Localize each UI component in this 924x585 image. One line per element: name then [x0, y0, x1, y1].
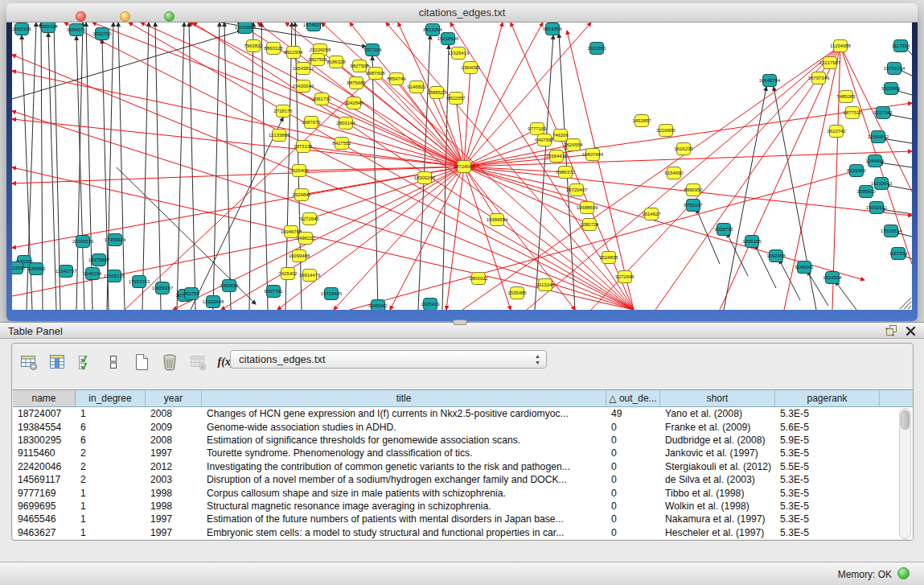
- table-row[interactable]: 1938455462009Genome-wide association stu…: [13, 420, 894, 433]
- graph-node[interactable]: 9154690: [664, 167, 684, 179]
- column-header-in_degree[interactable]: in_degree: [76, 390, 146, 406]
- graph-edge[interactable]: [102, 39, 109, 310]
- graph-node[interactable]: 9227343: [873, 107, 893, 119]
- graph-edge[interactable]: [446, 167, 464, 310]
- graph-node[interactable]: 1873135: [294, 141, 313, 153]
- graph-node[interactable]: 7986372: [556, 167, 575, 179]
- close-icon[interactable]: [906, 325, 916, 340]
- graph-edge[interactable]: [224, 23, 231, 310]
- graph-node[interactable]: 1614627: [642, 208, 661, 220]
- graph-node[interactable]: 2061731: [312, 93, 331, 105]
- graph-node[interactable]: 1065328: [39, 23, 58, 33]
- column-header-out_de[interactable]: △ out_de...: [606, 390, 660, 406]
- graph-node[interactable]: 1156863: [27, 263, 47, 275]
- graph-edge[interactable]: [189, 23, 195, 310]
- graph-node[interactable]: 19745372: [303, 23, 325, 31]
- table-row[interactable]: 946554611997Estimation of the future num…: [13, 513, 894, 525]
- graph-node[interactable]: 8912934: [284, 47, 303, 59]
- graph-node[interactable]: 1013244: [536, 279, 555, 291]
- graph-node[interactable]: 1921850: [587, 43, 606, 55]
- float-panel-icon[interactable]: [885, 324, 897, 340]
- graph-edge[interactable]: [64, 23, 634, 310]
- graph-node[interactable]: 9272645: [300, 213, 319, 225]
- graph-node[interactable]: 1595810: [856, 186, 876, 198]
- graph-node[interactable]: 9245041: [795, 262, 814, 274]
- select-columns-icon[interactable]: [47, 352, 68, 373]
- column-header-short[interactable]: short: [660, 390, 775, 406]
- graph-node[interactable]: 10807484: [582, 149, 604, 161]
- graph-node[interactable]: 9245042: [368, 300, 388, 311]
- table-row[interactable]: 969969511998Structural magnetic resonanc…: [13, 500, 894, 513]
- graph-edge[interactable]: [836, 282, 856, 310]
- graph-node[interactable]: 1453857: [632, 115, 651, 127]
- graph-node[interactable]: 16210643: [871, 178, 893, 190]
- graph-node[interactable]: 17016534: [881, 225, 902, 237]
- table-row[interactable]: 911546021997Tourette syndrome. Phenomeno…: [13, 447, 894, 459]
- column-header-year[interactable]: year: [146, 390, 202, 406]
- graph-node[interactable]: 782759: [183, 288, 200, 300]
- graph-node[interactable]: 8813054: [423, 24, 442, 36]
- scrollbar-thumb[interactable]: [901, 410, 910, 430]
- graph-node[interactable]: 9777169: [528, 123, 547, 135]
- graph-edge[interactable]: [285, 23, 292, 310]
- graph-node[interactable]: 15751074: [884, 63, 906, 75]
- graph-node[interactable]: 16958107: [152, 282, 174, 295]
- graph-edge[interactable]: [724, 87, 766, 310]
- row-height-icon[interactable]: [103, 352, 124, 373]
- graph-node[interactable]: 1364093: [461, 62, 480, 74]
- graph-node[interactable]: 1145194: [84, 268, 103, 280]
- column-header-title[interactable]: title: [202, 390, 606, 406]
- table-panel-header[interactable]: Table Panel: [0, 322, 924, 339]
- graph-node[interactable]: 2718176: [273, 105, 293, 117]
- graph-node[interactable]: 2063109: [12, 23, 31, 35]
- graph-edge[interactable]: [12, 31, 241, 99]
- graph-node[interactable]: 9318735: [714, 224, 733, 236]
- graph-edge[interactable]: [832, 46, 840, 310]
- graph-node[interactable]: 12133863: [269, 130, 290, 142]
- graph-node[interactable]: 1610742: [827, 126, 846, 138]
- graph-node[interactable]: 12342757: [55, 266, 77, 278]
- graph-node[interactable]: 23420046: [293, 80, 314, 93]
- graph-node[interactable]: 10797349: [808, 72, 830, 84]
- graph-node[interactable]: 7963822: [244, 40, 263, 52]
- graph-node[interactable]: 6822057: [446, 93, 466, 105]
- table-vertical-scrollbar[interactable]: [899, 408, 911, 539]
- graph-node[interactable]: 12093872: [868, 131, 889, 143]
- graph-node[interactable]: 7625402: [290, 165, 309, 177]
- graph-node[interactable]: 6813054: [543, 23, 562, 35]
- graph-node[interactable]: 17957253: [129, 276, 150, 288]
- graph-node[interactable]: 11154088: [830, 40, 851, 52]
- graph-node[interactable]: 9054071: [67, 24, 86, 36]
- graph-edge[interactable]: [177, 23, 184, 310]
- table-row[interactable]: 2242004622012Investigating the contribut…: [13, 460, 894, 473]
- graph-node[interactable]: 15692921: [866, 202, 888, 214]
- graph-node[interactable]: 9657791: [264, 286, 283, 298]
- graph-node[interactable]: 1995185: [742, 236, 762, 248]
- graph-node[interactable]: 16648784: [759, 75, 781, 87]
- table-row[interactable]: 977716911998Corpus callosum shape and si…: [13, 486, 894, 499]
- graph-node[interactable]: 1692458: [766, 250, 786, 262]
- graph-node[interactable]: 1803022: [469, 273, 488, 285]
- graph-node[interactable]: 8186328: [326, 56, 346, 68]
- table-row[interactable]: 1830029562008Estimation of significance …: [13, 434, 894, 447]
- delete-table-disabled-icon[interactable]: [187, 352, 208, 373]
- graph-edge[interactable]: [249, 23, 253, 310]
- graph-node[interactable]: 1532700: [92, 28, 112, 40]
- column-header-pagerank[interactable]: pagerank: [775, 390, 880, 406]
- select-rows-icon[interactable]: [75, 352, 96, 373]
- graph-node[interactable]: 1117534: [892, 40, 910, 52]
- graph-edge[interactable]: [720, 46, 840, 310]
- graph-node[interactable]: 9827509: [308, 54, 327, 66]
- graph-node[interactable]: 1325419: [421, 299, 440, 311]
- network-canvas[interactable]: 2063109106532890540711532700160338091974…: [12, 23, 912, 310]
- graph-edge[interactable]: [261, 23, 268, 310]
- graph-node[interactable]: 8427552: [332, 138, 351, 150]
- graph-edge[interactable]: [464, 167, 511, 310]
- graph-node[interactable]: 1167534: [889, 248, 909, 260]
- graph-edge[interactable]: [334, 167, 464, 310]
- graph-node[interactable]: 19218506: [437, 33, 459, 45]
- graph-node[interactable]: 1244415: [865, 155, 885, 167]
- graph-node[interactable]: 2803144: [336, 117, 355, 130]
- graph-node[interactable]: 8215955: [847, 165, 866, 177]
- column-header-name[interactable]: name: [13, 390, 76, 406]
